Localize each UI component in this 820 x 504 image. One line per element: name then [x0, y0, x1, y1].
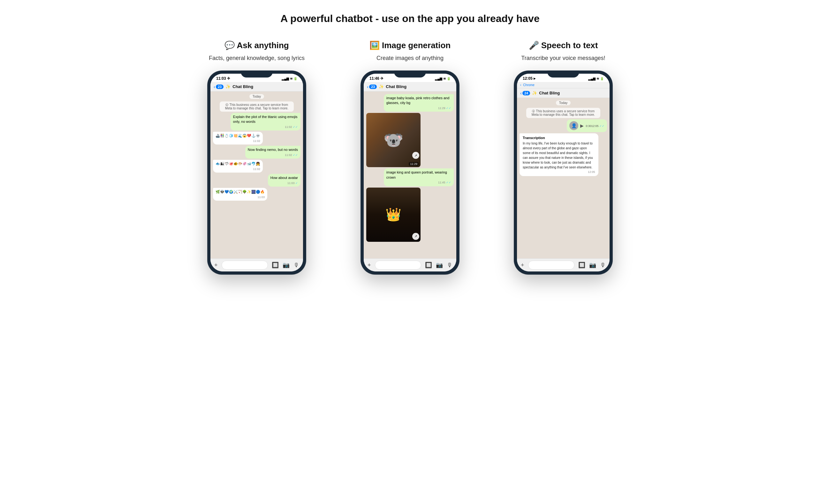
phone-image: 11:46 ✈ ▂▄▆ ≋ 🔋 ‹ 23 ✨ Chat Bling image … — [361, 70, 459, 275]
voice-duration: 0:30 — [585, 124, 591, 128]
status-icons-ask: ▂▄▆ ≋ 🔋 — [282, 77, 297, 80]
mic-icon-speech[interactable]: 🎙 — [600, 262, 606, 269]
badge-speech: 24 — [522, 91, 530, 95]
msg-time-r2: 11:02 — [216, 167, 260, 171]
msg-time-r1: 11:02 — [216, 139, 260, 143]
msg-time-2: 11:02 ✓✓ — [248, 153, 298, 157]
sticker-icon-ask[interactable]: 🔲 — [272, 262, 279, 269]
phone-notch — [241, 70, 273, 78]
feature-title-ask: 💬 Ask anything — [225, 41, 289, 50]
transcript-time: 12:05 — [523, 170, 595, 174]
phone-notch-img — [394, 70, 426, 78]
page-title: A powerful chatbot - use on the app you … — [280, 13, 539, 25]
king-image: 👑 — [366, 188, 421, 242]
msg-time-r3: 11:03 — [216, 195, 265, 199]
wa-bottom-speech: + 🔲 📷 🎙 — [517, 258, 609, 271]
time-image: 11:46 ✈ — [369, 76, 384, 81]
msg-recv-3: 🌿👽💙🌍⚔️🏹🌳✨🎆🔵🔥 11:03 — [213, 188, 267, 201]
back-button-image[interactable]: ‹ 23 — [367, 84, 377, 89]
sparkle-icon-image: ✨ — [379, 84, 384, 89]
phone-notch-speech — [547, 70, 579, 78]
camera-icon-speech[interactable]: 📷 — [589, 262, 596, 269]
feature-title-image: 🖼️ Image generation — [369, 41, 451, 50]
chat-name-speech: Chat Bling — [539, 91, 560, 95]
msg-recv-2: 🐟👨‍👧🦈🐙🐠🐡🦑🐋🐬👧 11:02 — [213, 160, 263, 173]
play-button[interactable]: ▶ — [580, 123, 584, 128]
wa-bottom-ask: + 🔲 📷 🎙 — [211, 258, 303, 271]
chrome-label: Chrome — [523, 83, 534, 87]
back-button-ask[interactable]: ‹ 23 — [214, 84, 224, 89]
chrome-bar: ‹ Chrome — [517, 82, 609, 88]
column-ask: 💬 Ask anything Facts, general knowledge,… — [190, 41, 324, 275]
system-msg-speech: 🛈 This business uses a secure service fr… — [526, 108, 600, 118]
camera-icon-image[interactable]: 📷 — [436, 262, 443, 269]
msg-sent-3: How about avatar 11:03 ✓ — [268, 174, 301, 187]
chat-area-speech[interactable]: Today 🛈 This business uses a secure serv… — [517, 98, 609, 258]
voice-message: 👤 ▶ 0:30 12:05 ✓✓ — [567, 119, 607, 132]
plus-icon-image[interactable]: + — [368, 262, 371, 269]
koala-time: 11:29 — [409, 162, 419, 166]
input-area-ask[interactable] — [222, 261, 268, 270]
transcript-bubble: Transcription In my long life, I've been… — [519, 133, 598, 176]
time-ask: 11:03 ✈ — [216, 76, 230, 81]
mic-icon-image[interactable]: 🎙 — [447, 262, 452, 269]
phone-screen-speech: 12:05 ▸ ▂▄▆ ≋ 🔋 ‹ Chrome ‹ 24 ✨ Chat Bli… — [517, 74, 609, 271]
plus-icon-speech[interactable]: + — [521, 262, 524, 269]
date-label-ask: Today — [250, 94, 265, 99]
ask-icon: 💬 — [225, 41, 235, 50]
features-columns: 💬 Ask anything Facts, general knowledge,… — [186, 41, 634, 275]
msg-time-1: 11:02 ✓✓ — [233, 125, 298, 129]
phone-screen-image: 11:46 ✈ ▂▄▆ ≋ 🔋 ‹ 23 ✨ Chat Bling image … — [364, 74, 456, 271]
date-label-speech: Today — [556, 100, 571, 105]
camera-icon-ask[interactable]: 📷 — [283, 262, 290, 269]
msg-time-3: 11:03 ✓ — [271, 181, 298, 185]
mic-icon-ask[interactable]: 🎙 — [294, 262, 299, 269]
msg-sent-1: Explain the plot of the titanic using em… — [231, 113, 301, 130]
phone-ask: 11:03 ✈ ▂▄▆ ≋ 🔋 ‹ 23 ✨ Chat Bling Today … — [207, 70, 306, 275]
badge-image: 23 — [369, 85, 377, 89]
transcript-text: In my long life, I've been lucky enough … — [523, 141, 595, 170]
share-btn-king[interactable]: ↗ — [412, 233, 419, 240]
sticker-icon-image[interactable]: 🔲 — [425, 262, 432, 269]
back-button-speech[interactable]: ‹ 24 — [520, 90, 530, 96]
status-icons-image: ▂▄▆ ≋ 🔋 — [435, 77, 451, 80]
input-area-speech[interactable] — [528, 261, 574, 270]
koala-visual: 🐨 — [366, 113, 421, 167]
msg-sent-2: Now finding nemo, but no words 11:02 ✓✓ — [245, 146, 301, 159]
wa-bottom-image: + 🔲 📷 🎙 — [364, 258, 456, 271]
chat-name-image: Chat Bling — [386, 84, 406, 89]
voice-waveform-container: 0:30 12:05 ✓✓ — [585, 124, 604, 128]
chat-area-image[interactable]: image baby koala, pink retro clothes and… — [364, 92, 456, 258]
msg-sent-img-1: image baby koala, pink retro clothes and… — [384, 94, 454, 112]
feature-title-speech: 🎤 Speech to text — [529, 41, 598, 50]
image-icon: 🖼️ — [369, 41, 380, 50]
phone-speech: 12:05 ▸ ▂▄▆ ≋ 🔋 ‹ Chrome ‹ 24 ✨ Chat Bli… — [514, 70, 613, 275]
speech-icon: 🎤 — [529, 41, 539, 50]
plus-icon-ask[interactable]: + — [214, 262, 218, 269]
king-container: 👑 ↗ — [366, 188, 421, 242]
wa-header-ask: ‹ 23 ✨ Chat Bling — [211, 82, 303, 92]
msg-time-img-1: 11:29 ✓✓ — [386, 106, 451, 110]
column-image: 🖼️ Image generation Create images of any… — [343, 41, 477, 275]
column-speech: 🎤 Speech to text Transcribe your voice m… — [496, 41, 630, 275]
koala-image: 🐨 11:29 — [366, 113, 421, 167]
chat-name-ask: Chat Bling — [233, 84, 253, 89]
input-area-image[interactable] — [375, 261, 421, 270]
phone-screen-ask: 11:03 ✈ ▂▄▆ ≋ 🔋 ‹ 23 ✨ Chat Bling Today … — [211, 74, 303, 271]
koala-container: 🐨 11:29 ↗ — [366, 113, 421, 167]
sticker-icon-speech[interactable]: 🔲 — [578, 262, 585, 269]
msg-recv-1: 🚢👫💍🧊💥🌊😱💔⚓💀 11:02 — [213, 132, 263, 145]
feature-subtitle-speech: Transcribe your voice messages! — [521, 55, 605, 62]
feature-subtitle-image: Create images of anything — [376, 55, 444, 62]
wa-header-speech: ‹ 24 ✨ Chat Bling — [517, 88, 609, 98]
voice-time: 12:05 ✓✓ — [591, 124, 604, 128]
voice-meta: 0:30 12:05 ✓✓ — [585, 124, 604, 128]
sparkle-icon-ask: ✨ — [226, 84, 231, 89]
transcript-title: Transcription — [523, 136, 595, 140]
voice-avatar: 👤 — [569, 121, 578, 130]
badge-ask: 23 — [216, 85, 224, 89]
chevron-left-icon: ‹ — [520, 83, 521, 87]
feature-subtitle-ask: Facts, general knowledge, song lyrics — [209, 55, 305, 62]
chat-area-ask[interactable]: Today 🛈 This business uses a secure serv… — [211, 92, 303, 258]
status-icons-speech: ▂▄▆ ≋ 🔋 — [588, 77, 604, 80]
